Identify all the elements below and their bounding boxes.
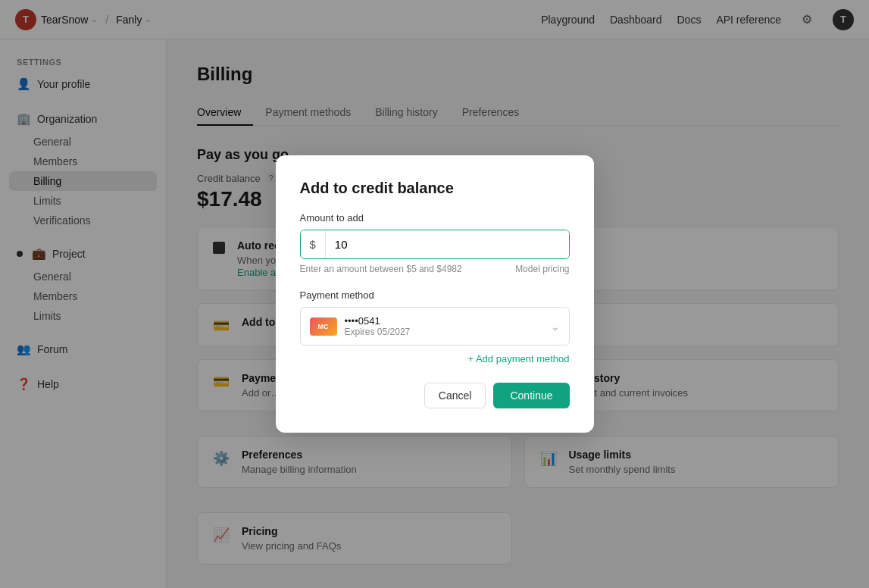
cancel-button[interactable]: Cancel [424, 383, 486, 408]
amount-hint: Enter an amount between $5 and $4982 Mod… [300, 264, 570, 274]
payment-method-label: Payment method [300, 289, 570, 301]
modal-overlay[interactable]: Add to credit balance Amount to add $ En… [0, 0, 869, 588]
add-credit-modal: Add to credit balance Amount to add $ En… [276, 155, 594, 433]
add-payment-method-link[interactable]: + Add payment method [300, 353, 570, 364]
card-number: ••••0541 [345, 315, 543, 327]
card-expiry: Expires 05/2027 [345, 327, 543, 337]
payment-select[interactable]: MC ••••0541 Expires 05/2027 ⌄ [300, 307, 570, 346]
amount-input-wrapper: $ [300, 230, 570, 259]
amount-prefix: $ [301, 230, 326, 258]
mastercard-logo: MC [310, 317, 337, 336]
amount-input[interactable] [326, 230, 569, 258]
modal-title: Add to credit balance [300, 180, 570, 197]
model-pricing-link[interactable]: Model pricing [515, 264, 569, 274]
continue-button[interactable]: Continue [493, 383, 569, 408]
card-info: ••••0541 Expires 05/2027 [345, 315, 543, 337]
modal-actions: Cancel Continue [300, 383, 570, 408]
select-chevron-icon: ⌄ [551, 321, 560, 333]
amount-label: Amount to add [300, 212, 570, 224]
amount-hint-text: Enter an amount between $5 and $4982 [300, 264, 462, 274]
